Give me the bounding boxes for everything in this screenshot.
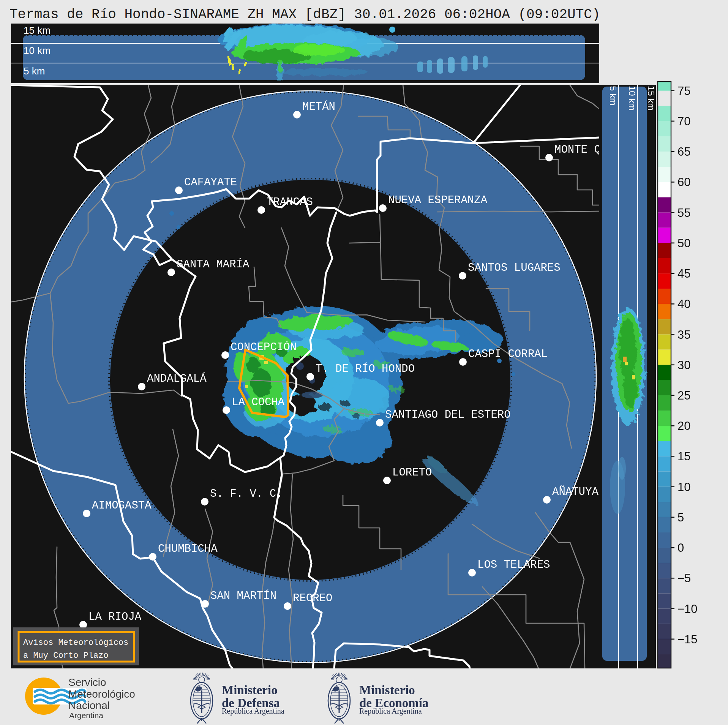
svg-text:Ministerio: Ministerio <box>359 683 415 697</box>
svg-text:25: 25 <box>677 389 690 402</box>
svg-text:NUEVA ESPERANZA: NUEVA ESPERANZA <box>388 194 488 207</box>
svg-text:T. DE RÍO HONDO: T. DE RÍO HONDO <box>316 362 415 375</box>
svg-text:a Muy Corto Plazo: a Muy Corto Plazo <box>23 651 108 660</box>
svg-text:SANTIAGO DEL ESTERO: SANTIAGO DEL ESTERO <box>385 409 511 421</box>
svg-text:−15: −15 <box>677 633 698 646</box>
svg-text:Argentina: Argentina <box>69 711 103 720</box>
svg-text:República Argentina: República Argentina <box>359 707 422 716</box>
svg-text:MONTE QUEMADO: MONTE QUEMADO <box>554 144 599 156</box>
svg-text:20: 20 <box>677 419 690 433</box>
svg-text:Meteorológico: Meteorológico <box>68 688 135 700</box>
svg-text:60: 60 <box>677 175 690 189</box>
svg-text:10 km: 10 km <box>24 45 51 56</box>
svg-text:0: 0 <box>677 541 684 554</box>
svg-text:70: 70 <box>677 115 690 128</box>
svg-text:CHUMBICHA: CHUMBICHA <box>158 543 218 555</box>
svg-text:−10: −10 <box>677 602 698 616</box>
svg-text:75: 75 <box>677 84 690 98</box>
svg-text:SANTA MARÍA: SANTA MARÍA <box>177 258 250 271</box>
svg-text:SAN MARTÍN: SAN MARTÍN <box>210 589 276 602</box>
svg-text:LA COCHA: LA COCHA <box>232 396 285 409</box>
svg-text:TRANCAS: TRANCAS <box>267 196 313 208</box>
svg-text:40: 40 <box>677 297 690 311</box>
svg-text:ANDALGALÁ: ANDALGALÁ <box>147 372 207 385</box>
svg-text:AIMOGASTA: AIMOGASTA <box>92 499 152 512</box>
svg-text:SANTOS LUGARES: SANTOS LUGARES <box>468 262 561 274</box>
svg-text:Ministerio: Ministerio <box>222 683 278 697</box>
svg-text:S. F. V. C.: S. F. V. C. <box>210 488 283 500</box>
svg-text:Avisos Meteorológicos: Avisos Meteorológicos <box>23 638 128 648</box>
svg-text:Servicio: Servicio <box>68 676 106 688</box>
svg-text:50: 50 <box>677 237 690 250</box>
svg-text:República Argentina: República Argentina <box>222 707 284 716</box>
svg-text:65: 65 <box>677 145 690 158</box>
svg-text:−5: −5 <box>677 572 691 585</box>
svg-text:METÁN: METÁN <box>302 100 335 113</box>
svg-text:AÑATUYA: AÑATUYA <box>552 485 599 498</box>
svg-text:5: 5 <box>677 511 684 524</box>
svg-text:15 km: 15 km <box>24 25 51 36</box>
svg-text:CASPI CORRAL: CASPI CORRAL <box>468 348 548 360</box>
svg-text:CONCEPCIÓN: CONCEPCIÓN <box>231 341 297 354</box>
svg-text:5 km: 5 km <box>608 86 618 106</box>
svg-text:55: 55 <box>677 206 690 220</box>
svg-text:30: 30 <box>677 359 690 372</box>
svg-text:RECREO: RECREO <box>293 592 332 605</box>
svg-text:10 km: 10 km <box>627 86 637 111</box>
svg-text:10: 10 <box>677 480 690 494</box>
svg-text:15 km: 15 km <box>646 86 656 111</box>
svg-text:45: 45 <box>677 267 690 280</box>
svg-text:LOS TELARES: LOS TELARES <box>477 559 550 571</box>
svg-text:15: 15 <box>677 450 690 463</box>
svg-text:LORETO: LORETO <box>392 466 432 479</box>
svg-text:5 km: 5 km <box>24 65 45 77</box>
svg-text:LA RIOJA: LA RIOJA <box>88 611 142 623</box>
svg-text:35: 35 <box>677 328 690 341</box>
svg-text:CAFAYATE: CAFAYATE <box>184 176 237 189</box>
svg-text:Nacional: Nacional <box>68 700 110 711</box>
